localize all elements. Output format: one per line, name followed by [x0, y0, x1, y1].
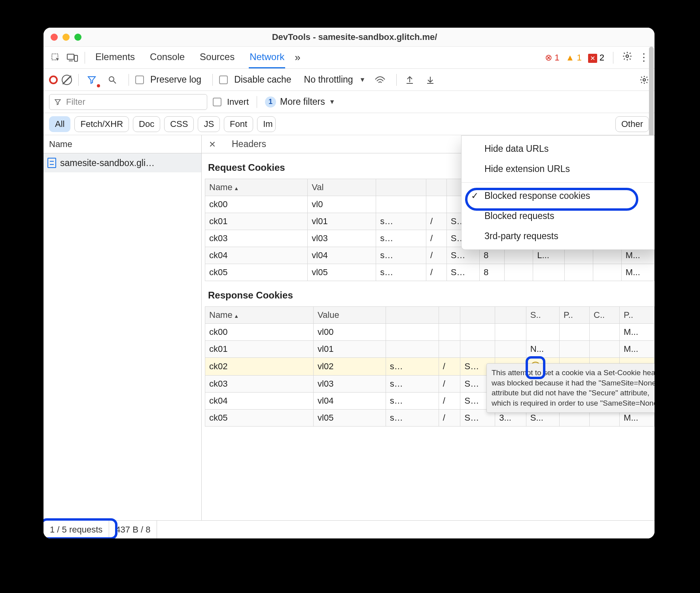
scrollbar[interactable]	[649, 47, 654, 149]
th-name[interactable]: Name	[205, 307, 314, 324]
more-filters-dropdown: Hide data URLs Hide extension URLs Block…	[461, 135, 655, 250]
record-button[interactable]	[49, 76, 58, 84]
clear-button[interactable]	[62, 75, 72, 85]
devtools-window: DevTools - samesite-sandbox.glitch.me/ E…	[44, 28, 655, 538]
error-badge[interactable]: ⊗ 1	[545, 53, 559, 63]
titlebar: DevTools - samesite-sandbox.glitch.me/	[44, 28, 655, 47]
svg-point-5	[643, 79, 645, 81]
type-pill-fetch[interactable]: Fetch/XHR	[74, 116, 129, 132]
filter-third-party[interactable]: 3rd-party requests	[462, 226, 655, 246]
preserve-log-checkbox[interactable]	[135, 76, 144, 84]
close-icon[interactable]	[51, 34, 58, 41]
svg-point-3	[626, 55, 629, 58]
response-cookies-title: Response Cookies	[202, 281, 655, 306]
extension-errors-badge[interactable]: ✕ 2	[588, 53, 604, 63]
type-pill-js[interactable]: JS	[198, 116, 220, 132]
settings-icon[interactable]	[622, 51, 632, 64]
type-pill-all[interactable]: All	[49, 116, 70, 132]
search-icon[interactable]	[106, 73, 119, 87]
preserve-log-label: Preserve log	[150, 74, 201, 85]
type-pill-font[interactable]: Font	[224, 116, 253, 132]
blocked-cookie-tooltip: This attempt to set a cookie via a Set-C…	[486, 363, 655, 413]
document-icon	[47, 158, 56, 168]
request-row[interactable]: samesite-sandbox.gli…	[44, 153, 201, 172]
inspect-icon[interactable]	[49, 51, 62, 64]
tab-console[interactable]: Console	[149, 47, 185, 68]
svg-rect-1	[67, 54, 74, 59]
close-detail-icon[interactable]: ×	[202, 138, 223, 151]
upload-har-icon[interactable]	[403, 73, 416, 87]
more-filters-count: 1	[265, 96, 276, 108]
tab-elements[interactable]: Elements	[95, 47, 136, 68]
svg-rect-2	[74, 55, 78, 61]
requests-count: 1 / 5 requests	[44, 521, 109, 538]
table-row[interactable]: ck05vl05s…/S…8M...	[205, 264, 655, 281]
kebab-menu-icon[interactable]: ⋮	[639, 51, 649, 64]
tab-network[interactable]: Network	[249, 47, 285, 68]
throttling-select[interactable]: No throttling ▼	[300, 74, 370, 85]
request-list: Name samesite-sandbox.gli…	[44, 135, 202, 520]
more-tabs-icon[interactable]: »	[295, 51, 300, 64]
table-row[interactable]: ck01vl01N...M...	[205, 341, 655, 358]
type-pill-other[interactable]: Other	[615, 116, 649, 132]
tab-sources[interactable]: Sources	[199, 47, 235, 68]
filter-hide-data-urls[interactable]: Hide data URLs	[462, 139, 655, 159]
tab-headers[interactable]: Headers	[223, 135, 275, 153]
th-value[interactable]: Value	[314, 307, 386, 324]
filter-toggle-icon[interactable]	[85, 73, 98, 87]
device-toggle-icon[interactable]	[66, 51, 79, 64]
filter-blocked-requests[interactable]: Blocked requests	[462, 206, 655, 226]
caret-down-icon: ▼	[359, 76, 366, 83]
network-settings-icon[interactable]	[639, 75, 649, 85]
detail-pane: × Headers ming Cookies Request Cookies o…	[202, 135, 655, 520]
disable-cache-checkbox[interactable]	[219, 76, 228, 84]
name-column-header[interactable]: Name	[44, 135, 201, 153]
disable-cache-label: Disable cache	[234, 74, 291, 85]
panel-tabs: Elements Console Sources Network	[95, 47, 285, 68]
th-name[interactable]: Name	[205, 179, 308, 196]
table-row[interactable]: ck00vl00M...	[205, 324, 655, 341]
type-pill-doc[interactable]: Doc	[133, 116, 160, 132]
window-title: DevTools - samesite-sandbox.glitch.me/	[62, 32, 647, 42]
resource-type-filters: All Fetch/XHR Doc CSS JS Font Im Other	[44, 113, 655, 135]
transferred-size: 437 B / 8	[109, 521, 157, 538]
network-conditions-icon[interactable]	[373, 73, 387, 87]
type-pill-css[interactable]: CSS	[164, 116, 194, 132]
download-har-icon[interactable]	[424, 73, 437, 87]
status-bar: 1 / 5 requests 437 B / 8	[44, 520, 655, 538]
filter-blocked-response-cookies[interactable]: Blocked response cookies	[462, 186, 655, 206]
filter-input[interactable]: Filter	[49, 94, 207, 110]
warning-badge[interactable]: ▲ 1	[566, 53, 581, 63]
svg-point-4	[109, 77, 114, 81]
invert-checkbox[interactable]: Invert	[213, 97, 249, 107]
filter-hide-extension-urls[interactable]: Hide extension URLs	[462, 159, 655, 179]
network-toolbar: Preserve log Disable cache No throttling…	[44, 69, 655, 91]
caret-down-icon: ▼	[329, 98, 335, 106]
top-toolbar: Elements Console Sources Network » ⊗ 1 ▲…	[44, 47, 655, 69]
filter-row: Filter Invert 1 More filters ▼	[44, 91, 655, 113]
funnel-icon	[54, 98, 61, 106]
th-value[interactable]: Val	[308, 179, 376, 196]
type-pill-img[interactable]: Im	[257, 116, 275, 132]
more-filters-button[interactable]: 1 More filters ▼	[265, 96, 335, 108]
